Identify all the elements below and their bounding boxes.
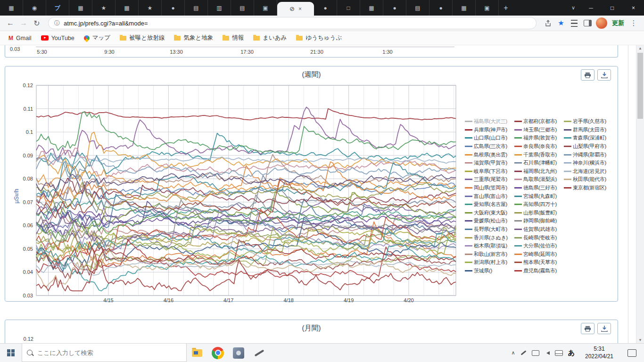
legend-item[interactable]: 兵庫県(神戸市) [465, 126, 514, 134]
browser-tab[interactable]: ▤ [231, 0, 254, 16]
legend-item[interactable]: 熊本県(天草市) [514, 258, 564, 267]
print-button[interactable] [581, 69, 594, 81]
browser-tab[interactable]: ▣ [254, 0, 277, 16]
legend-item[interactable]: 宮城県(丸森町) [514, 192, 564, 200]
scroll-up-arrow[interactable]: ▲ [636, 46, 644, 50]
legend-item[interactable]: 静岡県(御前崎) [514, 217, 564, 225]
legend-item[interactable]: 長野県(大町市) [465, 225, 514, 234]
bookmark-item[interactable]: まいあみ [249, 33, 290, 43]
legend-item[interactable]: 茨城県() [465, 267, 514, 275]
file-explorer-button[interactable] [187, 344, 207, 362]
legend-item[interactable]: 愛媛県(松山市) [465, 217, 514, 225]
browser-tab[interactable]: □ [337, 0, 360, 16]
bookmark-item[interactable]: MGmail [5, 33, 35, 43]
legend-item[interactable]: 福岡県(北九州) [514, 167, 564, 176]
reload-button[interactable]: ↻ [30, 16, 43, 30]
legend-item[interactable]: 長崎県(壱岐市) [514, 233, 564, 242]
ime-indicator[interactable]: あ [568, 349, 575, 357]
legend-item[interactable]: 大阪府(東大阪) [465, 209, 514, 217]
tray-expand-icon[interactable]: ∧ [512, 350, 515, 356]
legend-item[interactable]: 山口県(山口市) [465, 134, 514, 142]
legend-item[interactable]: 石川県(津幡町) [514, 159, 564, 167]
display-icon[interactable] [532, 350, 539, 356]
browser-tab[interactable]: ▤ [185, 0, 208, 16]
legend-item[interactable]: 新潟県(村上市) [465, 258, 514, 267]
legend-item[interactable]: 愛知県(名古屋) [465, 200, 514, 209]
browser-tab[interactable]: ▦ [453, 0, 476, 16]
browser-tab[interactable]: ▦ [69, 0, 92, 16]
bookmark-item[interactable]: YouTube [37, 33, 78, 43]
taskbar-search[interactable] [22, 344, 187, 362]
legend-item[interactable]: 青森県(深浦町) [564, 134, 613, 142]
browser-tab[interactable]: ◉ [23, 0, 46, 16]
bookmark-star-icon[interactable]: ★ [554, 16, 568, 30]
legend-item[interactable]: 佐賀県(武雄市) [514, 225, 564, 234]
browser-tab[interactable]: ● [383, 0, 406, 16]
legend-item[interactable]: 千葉県(香取市) [514, 150, 564, 159]
browser-tab[interactable]: ▦ [116, 0, 139, 16]
taskbar-search-input[interactable] [36, 349, 170, 357]
print-button[interactable] [581, 323, 594, 334]
legend-item[interactable]: 京都府(京都市) [514, 117, 564, 126]
legend-item[interactable]: 岐阜県(下呂市) [465, 167, 514, 176]
legend-item[interactable]: 三重県(尾鷲市) [465, 175, 514, 184]
legend-item[interactable]: 山梨県(甲府市) [564, 142, 613, 151]
legend-item[interactable]: 栃木県(那須塩) [465, 242, 514, 250]
legend-item[interactable]: 岡山県(笠岡市) [465, 184, 514, 192]
browser-tab[interactable]: ● [429, 0, 453, 16]
back-button[interactable]: ← [4, 16, 17, 30]
legend-item[interactable]: 秋田県(能代市) [564, 175, 613, 184]
pen-app-button[interactable] [249, 344, 270, 362]
legend-item[interactable]: 岩手県(久慈市) [564, 117, 613, 126]
legend-item[interactable]: 奈良県(奈良市) [514, 142, 564, 151]
window-minimize-button[interactable]: ─ [580, 0, 602, 16]
legend-item[interactable]: 滋賀県(甲賀市) [465, 159, 514, 167]
reading-list-icon[interactable] [568, 16, 581, 30]
scrollbar-thumb[interactable] [637, 53, 643, 119]
window-close-button[interactable]: × [623, 0, 644, 16]
bookmark-item[interactable]: 気象と地象 [170, 33, 217, 43]
volume-icon[interactable] [545, 351, 550, 355]
browser-tab-active[interactable]: ⊘× [277, 2, 314, 16]
legend-item[interactable]: 東京都(新宿区) [564, 184, 613, 192]
action-center-icon[interactable] [627, 349, 636, 357]
download-button[interactable] [597, 323, 611, 334]
legend-item[interactable]: 沖縄県(那覇市) [564, 150, 613, 159]
browser-tab[interactable]: ブ [46, 0, 69, 16]
page-scrollbar[interactable]: ▲ ▼ [636, 45, 644, 343]
legend-item[interactable]: 高知県(四万十) [514, 200, 564, 209]
legend-item[interactable]: 神奈川(横浜市) [564, 159, 613, 167]
legend-item[interactable]: 埼玉県(三郷市) [514, 126, 564, 134]
legend-item[interactable]: 香川県(さぬき) [465, 233, 514, 242]
legend-item[interactable]: 福井県(敦賀市) [514, 134, 564, 142]
browser-tab[interactable]: ★ [92, 0, 116, 16]
legend-item[interactable]: 広島県(三次市) [465, 142, 514, 151]
menu-icon[interactable]: ⋮ [627, 16, 640, 30]
touch-keyboard-icon[interactable] [555, 350, 563, 356]
start-button[interactable] [0, 344, 22, 362]
legend-item[interactable]: 群馬県(太田市) [564, 126, 613, 134]
site-info-icon[interactable]: ⓘ [54, 19, 60, 27]
legend-item[interactable]: 島根県(奥出雲) [465, 150, 514, 159]
chrome-button[interactable] [207, 344, 228, 362]
legend-item[interactable]: 鹿児島(霧島市) [514, 267, 564, 275]
browser-tab[interactable]: ▣ [476, 0, 499, 16]
address-bar[interactable]: ⓘ atmc.jp/prefs.cgi?a=all&mode= [48, 17, 537, 29]
legend-item[interactable]: 北海道(岩見沢) [564, 167, 613, 176]
browser-tab[interactable]: ▤ [406, 0, 429, 16]
bookmark-item[interactable]: 情報 [219, 33, 248, 43]
legend-item[interactable]: 和歌山(新宮市) [465, 250, 514, 259]
browser-tab[interactable]: ▦ [360, 0, 383, 16]
side-panel-icon[interactable] [581, 16, 594, 30]
window-maximize-button[interactable]: □ [602, 0, 623, 16]
pen-input-icon[interactable] [520, 350, 526, 355]
update-button[interactable]: 更新 [609, 19, 627, 27]
bookmark-item[interactable]: マップ [80, 33, 114, 43]
legend-item[interactable]: 鳥取県(湯梨浜) [514, 175, 564, 184]
tab-close-icon[interactable]: × [298, 6, 302, 12]
legend-item[interactable]: 福島県(大沢三) [465, 117, 514, 126]
browser-tab[interactable]: ● [314, 0, 337, 16]
scroll-down-arrow[interactable]: ▼ [636, 338, 644, 342]
share-icon[interactable] [541, 16, 554, 30]
app-button[interactable] [228, 344, 249, 362]
